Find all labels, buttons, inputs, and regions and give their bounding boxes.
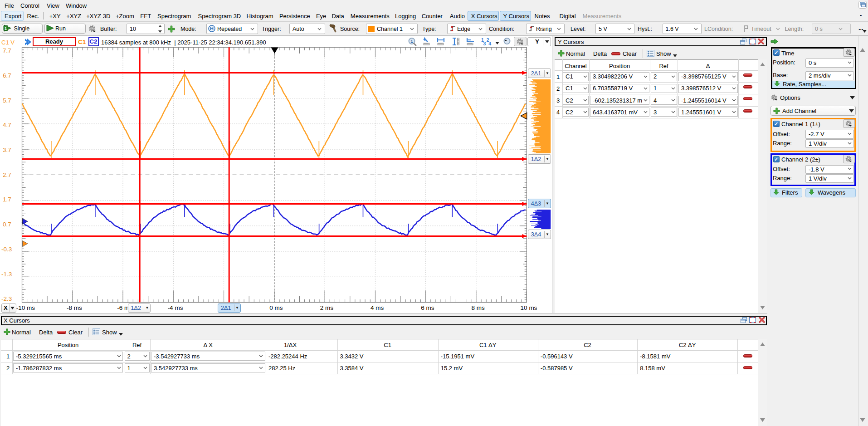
- svg-text:10 ms: 10 ms: [521, 304, 537, 311]
- svg-text:3.7: 3.7: [3, 147, 11, 153]
- svg-text:4.7: 4.7: [3, 122, 11, 128]
- svg-text:7.7: 7.7: [3, 47, 11, 54]
- svg-text:5.7: 5.7: [3, 97, 11, 104]
- svg-text:-2.3: -2.3: [1, 295, 12, 302]
- svg-text:-1.3: -1.3: [1, 271, 12, 278]
- svg-text:6 ms: 6 ms: [421, 304, 434, 311]
- svg-text:0.7: 0.7: [3, 221, 11, 228]
- svg-text:4 ms: 4 ms: [371, 304, 384, 311]
- svg-text:-4 ms: -4 ms: [168, 304, 183, 311]
- svg-text:-10 ms: -10 ms: [16, 304, 35, 311]
- svg-text:8 ms: 8 ms: [472, 304, 485, 311]
- svg-text:0 ms: 0 ms: [269, 304, 283, 311]
- svg-text:2.7: 2.7: [3, 171, 11, 178]
- svg-text:-0.3: -0.3: [1, 246, 12, 253]
- svg-text:1.7: 1.7: [3, 196, 11, 203]
- svg-text:2 ms: 2 ms: [320, 304, 334, 311]
- svg-text:-8 ms: -8 ms: [67, 304, 82, 311]
- svg-text:6.7: 6.7: [3, 72, 11, 79]
